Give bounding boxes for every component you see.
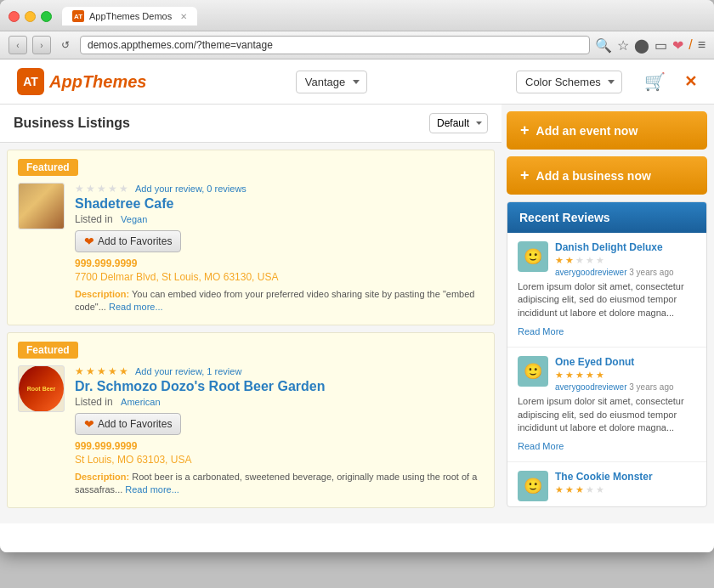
reviewer-avatar: 🙂 xyxy=(518,241,548,272)
review-stars: ★ ★ ★ ★ ★ xyxy=(555,484,696,495)
close-button[interactable]: ✕ xyxy=(684,72,697,91)
logo-text: AppThemes xyxy=(49,72,146,92)
review-text: Lorem ipsum dolor sit amet, consectetur … xyxy=(518,280,696,319)
listing-content: Root Beer ★ ★ ★ ★ ★ Add your review, 1 r… xyxy=(18,365,484,497)
star-2: ★ xyxy=(86,183,95,195)
refresh-button[interactable]: ↺ xyxy=(56,36,75,54)
read-more-link[interactable]: Read More xyxy=(518,326,564,336)
star-4: ★ xyxy=(108,183,117,195)
star-2: ★ xyxy=(565,370,574,381)
listing-name[interactable]: Shadetree Cafe xyxy=(75,196,484,212)
star-5: ★ xyxy=(596,255,604,266)
logo-icon: AT xyxy=(17,68,44,95)
heart-icon[interactable]: ❤ xyxy=(672,37,683,54)
listing-thumbnail xyxy=(18,183,65,229)
review-biz-name[interactable]: The Cookie Monster xyxy=(555,471,696,483)
star-1: ★ xyxy=(75,365,84,377)
add-business-button[interactable]: + Add a business now xyxy=(507,156,707,195)
review-content: One Eyed Donut ★ ★ ★ ★ ★ averygoodreview… xyxy=(555,356,696,395)
menu-icon[interactable]: ≡ xyxy=(698,37,706,53)
listing-thumbnail: Root Beer xyxy=(18,365,65,412)
star-2: ★ xyxy=(565,484,574,495)
add-event-button[interactable]: + Add an event now xyxy=(507,111,707,150)
add-to-favorites-button[interactable]: ❤ Add to Favorites xyxy=(75,230,181,252)
main-layout: Business Listings Default Featured xyxy=(0,105,714,523)
fullscreen-traffic-light[interactable] xyxy=(41,11,52,22)
reviewer-name[interactable]: averygoodreviewer xyxy=(555,268,627,277)
review-biz-name[interactable]: Danish Delight Deluxe xyxy=(555,241,696,253)
star-4: ★ xyxy=(586,370,594,381)
browser-toolbar: ‹ › ↺ demos.appthemes.com/?theme=vantage… xyxy=(0,31,714,59)
review-stars: ★ ★ ★ ★ ★ xyxy=(555,255,696,266)
category-link[interactable]: Vegan xyxy=(121,214,147,224)
left-panel: Business Listings Default Featured xyxy=(0,105,502,523)
read-more-link[interactable]: Read more... xyxy=(125,484,179,495)
add-event-label: Add an event now xyxy=(536,124,638,138)
featured-badge: Featured xyxy=(18,342,78,359)
right-panel: + Add an event now + Add a business now … xyxy=(502,105,714,523)
review-stars: ★ ★ ★ ★ ★ xyxy=(555,370,696,381)
tab-close-button[interactable]: ✕ xyxy=(180,12,187,21)
reviewer-info: averygoodreviewer 3 years ago xyxy=(555,268,696,277)
app-logo: AT AppThemes xyxy=(17,68,146,95)
add-business-label: Add a business now xyxy=(536,169,651,183)
forward-button[interactable]: › xyxy=(32,36,51,54)
review-time: 3 years ago xyxy=(629,382,673,392)
reviewer-name[interactable]: averygoodreviewer xyxy=(555,382,627,392)
plus-icon: + xyxy=(520,122,530,139)
rootbeer-image: Root Beer xyxy=(19,365,64,412)
review-link[interactable]: Add your review, 1 review xyxy=(135,366,241,376)
review-text: Lorem ipsum dolor sit amet, consectetur … xyxy=(518,395,696,434)
review-item: 🙂 Danish Delight Deluxe ★ ★ ★ ★ ★ xyxy=(507,233,706,348)
screen-icon[interactable]: ▭ xyxy=(654,37,667,54)
star-4: ★ xyxy=(586,255,594,266)
listing-name[interactable]: Dr. Schmozo Dozo's Root Beer Garden xyxy=(75,379,484,394)
reviews-header: Recent Reviews xyxy=(507,202,706,233)
listing-phone: 999.999.9999 xyxy=(75,257,484,269)
review-top: 🙂 One Eyed Donut ★ ★ ★ ★ ★ xyxy=(518,356,696,395)
close-traffic-light[interactable] xyxy=(8,11,20,22)
recent-reviews-section: Recent Reviews 🙂 Danish Delight Deluxe ★… xyxy=(507,201,707,507)
star-2: ★ xyxy=(565,255,574,266)
color-schemes-dropdown[interactable]: Color Schemes xyxy=(516,71,622,93)
listing-item: Featured Root Beer ★ ★ ★ ★ ★ xyxy=(7,332,495,508)
listing-content: ★ ★ ★ ★ ★ Add your review, 0 reviews Sha… xyxy=(18,183,484,314)
browser-titlebar: AT AppThemes Demos ✕ xyxy=(0,0,714,31)
bookmark-icon[interactable]: ☆ xyxy=(617,37,629,54)
star-3: ★ xyxy=(97,365,106,377)
star-1: ★ xyxy=(555,484,564,495)
address-bar[interactable]: demos.appthemes.com/?theme=vantage xyxy=(80,36,590,54)
listing-description: Description: Root beer is a carbonated, … xyxy=(75,471,484,497)
browser-window: AT AppThemes Demos ✕ ‹ › ↺ demos.appthem… xyxy=(0,0,714,552)
sort-dropdown[interactable]: Default xyxy=(429,113,488,133)
pen-icon[interactable]: / xyxy=(688,37,692,53)
url-text: demos.appthemes.com/?theme=vantage xyxy=(88,39,273,51)
read-more-link[interactable]: Read more... xyxy=(109,302,163,312)
back-button[interactable]: ‹ xyxy=(8,36,27,54)
review-link[interactable]: Add your review, 0 reviews xyxy=(135,184,246,194)
tab-favicon: AT xyxy=(72,10,84,22)
theme-dropdown[interactable]: Vantage xyxy=(296,71,367,93)
star-3: ★ xyxy=(575,484,584,495)
category-link[interactable]: American xyxy=(121,397,160,407)
favorites-icon: ❤ xyxy=(84,417,94,431)
star-1: ★ xyxy=(555,255,564,266)
camera-icon[interactable]: ⬤ xyxy=(634,37,649,54)
review-top: 🙂 Danish Delight Deluxe ★ ★ ★ ★ ★ xyxy=(518,241,696,280)
add-to-favorites-button[interactable]: ❤ Add to Favorites xyxy=(75,413,181,435)
toolbar-icons: 🔍 ☆ ⬤ ▭ ❤ / ≡ xyxy=(595,37,706,54)
favorites-label: Add to Favorites xyxy=(98,418,172,430)
review-biz-name[interactable]: One Eyed Donut xyxy=(555,356,696,368)
listing-address: St Louis, MO 63103, USA xyxy=(75,454,484,466)
search-icon[interactable]: 🔍 xyxy=(595,37,612,54)
cart-icon[interactable]: 🛒 xyxy=(644,71,666,92)
minimize-traffic-light[interactable] xyxy=(25,11,36,22)
read-more-link[interactable]: Read More xyxy=(518,441,564,451)
description-label: Description: xyxy=(75,289,129,299)
listing-phone: 999.999.9999 xyxy=(75,440,484,452)
traffic-lights xyxy=(8,11,52,22)
star-1: ★ xyxy=(555,370,564,381)
review-top: 🙂 The Cookie Monster ★ ★ ★ ★ ★ xyxy=(518,471,696,501)
browser-tab[interactable]: AT AppThemes Demos ✕ xyxy=(62,7,197,25)
review-content: The Cookie Monster ★ ★ ★ ★ ★ xyxy=(555,471,696,497)
